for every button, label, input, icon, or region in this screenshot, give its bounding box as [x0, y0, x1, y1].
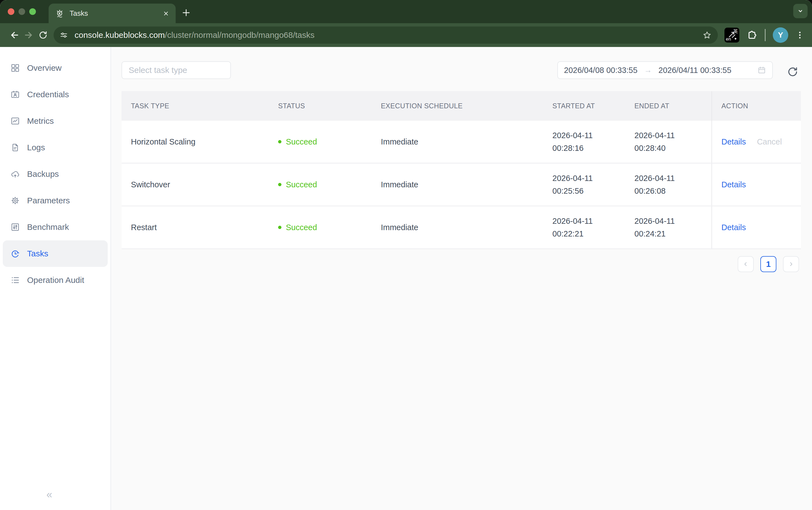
cluster-sidebar: Overview Credentials Metrics [0, 47, 111, 510]
status-cell: Succeed [269, 206, 372, 248]
sidebar-item-label: Overview [27, 63, 62, 73]
sidebar-item-label: Parameters [27, 196, 70, 205]
task-history-icon [10, 249, 20, 258]
url-bar[interactable]: console.kubeblocks.com/cluster/normal/mo… [54, 27, 718, 44]
close-window-button[interactable] [8, 8, 14, 15]
sidebar-item-label: Metrics [27, 116, 54, 126]
browser-toolbar: console.kubeblocks.com/cluster/normal/mo… [0, 23, 812, 47]
details-link[interactable]: Details [721, 180, 746, 189]
table-header-row: TASK TYPE STATUS EXECUTION SCHEDULE STAR… [121, 91, 801, 121]
site-settings-icon[interactable] [57, 29, 70, 41]
avatar-initial: Y [778, 31, 783, 39]
cancel-link-disabled: Cancel [757, 137, 782, 146]
back-arrow-icon [9, 30, 19, 40]
back-button[interactable] [7, 28, 22, 42]
started-date: 2026-04-11 [552, 131, 593, 140]
browser-tab-strip: Tasks [0, 0, 812, 23]
document-icon [10, 143, 20, 152]
schedule-cell: Immediate [372, 206, 543, 248]
sidebar-item-tasks[interactable]: Tasks [3, 240, 108, 267]
profile-avatar[interactable]: Y [773, 27, 788, 43]
sliders-icon [10, 222, 20, 232]
translate-extension-button[interactable]: 英 en [724, 28, 740, 42]
extensions-puzzle-icon[interactable] [747, 30, 758, 40]
forward-button[interactable] [22, 28, 36, 42]
pagination: 1 [738, 256, 799, 272]
url-host: console.kubeblocks.com [75, 30, 165, 39]
cloud-upload-icon [10, 169, 20, 179]
ended-date: 2026-04-11 [634, 217, 675, 225]
tasks-table: TASK TYPE STATUS EXECUTION SCHEDULE STAR… [121, 91, 801, 249]
started-date: 2026-04-11 [552, 174, 593, 182]
ended-time: 00:26:08 [634, 187, 666, 195]
table-row: Restart Succeed Immediate 2026-04-11 00:… [121, 206, 801, 249]
chevron-down-icon [797, 7, 804, 15]
column-header-task-type: TASK TYPE [121, 91, 269, 121]
sidebar-collapse-button[interactable]: « [47, 489, 52, 501]
sidebar-item-metrics[interactable]: Metrics [3, 108, 108, 134]
grid-icon [10, 63, 20, 73]
status-cell: Succeed [269, 164, 372, 205]
column-header-started-at: STARTED AT [543, 91, 625, 121]
sidebar-item-label: Operation Audit [27, 276, 84, 285]
list-icon [10, 276, 20, 285]
page-number-button[interactable]: 1 [760, 256, 776, 272]
chart-icon [10, 116, 20, 126]
tab-search-button[interactable] [793, 4, 808, 18]
status-text: Succeed [286, 137, 317, 146]
details-link[interactable]: Details [721, 137, 746, 146]
sidebar-item-operation-audit[interactable]: Operation Audit [3, 267, 108, 293]
status-dot-icon [278, 140, 282, 143]
bookmark-star-icon[interactable] [700, 28, 714, 42]
sidebar-item-logs[interactable]: Logs [3, 134, 108, 161]
date-range-picker[interactable]: 2026/04/08 00:33:55 → 2026/04/11 00:33:5… [557, 61, 773, 79]
browser-tab[interactable]: Tasks [49, 4, 176, 23]
window-controls [8, 8, 36, 15]
tab-title: Tasks [69, 9, 88, 18]
url-path: /cluster/normal/mongodb/mango68/tasks [165, 30, 315, 39]
next-page-button[interactable] [783, 256, 799, 272]
started-at-cell: 2026-04-11 00:25:56 [543, 164, 625, 205]
task-type-cell: Switchover [121, 164, 269, 205]
refresh-button[interactable] [785, 65, 800, 79]
gear-icon [10, 196, 20, 205]
started-time: 00:28:16 [552, 144, 584, 152]
started-at-cell: 2026-04-11 00:22:21 [543, 206, 625, 248]
reload-icon [38, 30, 48, 40]
status-cell: Succeed [269, 121, 372, 163]
sidebar-item-label: Backups [27, 169, 59, 179]
kebab-menu-icon [795, 30, 805, 40]
sidebar-item-credentials[interactable]: Credentials [3, 81, 108, 108]
id-card-icon [10, 90, 20, 99]
minimize-window-button[interactable] [19, 8, 25, 15]
status-text: Succeed [286, 223, 317, 232]
browser-window: Tasks [0, 0, 812, 510]
sidebar-item-label: Logs [27, 143, 45, 152]
column-header-action: ACTION [712, 91, 801, 121]
schedule-cell: Immediate [372, 121, 543, 163]
reload-button[interactable] [36, 28, 50, 42]
new-tab-button[interactable] [180, 7, 192, 19]
browser-menu-button[interactable] [795, 30, 805, 40]
sidebar-item-parameters[interactable]: Parameters [3, 187, 108, 214]
previous-page-button[interactable] [738, 256, 754, 272]
date-range-end[interactable]: 2026/04/11 00:33:55 [659, 66, 731, 75]
zoom-window-button[interactable] [29, 8, 36, 15]
status-dot-icon [278, 183, 282, 186]
ended-at-cell: 2026-04-11 00:28:40 [625, 121, 712, 163]
task-type-select[interactable] [121, 61, 231, 79]
sidebar-item-overview[interactable]: Overview [3, 55, 108, 81]
sidebar-item-label: Benchmark [27, 222, 69, 232]
sidebar-item-backups[interactable]: Backups [3, 161, 108, 187]
details-link[interactable]: Details [721, 223, 746, 232]
action-cell: Details [712, 206, 801, 248]
sidebar-item-benchmark[interactable]: Benchmark [3, 214, 108, 240]
started-at-cell: 2026-04-11 00:28:16 [543, 121, 625, 163]
tab-close-icon[interactable] [163, 10, 170, 17]
task-type-cell: Horizontal Scaling [121, 121, 269, 163]
sidebar-item-label: Credentials [27, 90, 69, 99]
status-text: Succeed [286, 180, 317, 189]
status-dot-icon [278, 226, 282, 229]
forward-arrow-icon [24, 30, 34, 40]
date-range-start[interactable]: 2026/04/08 00:33:55 [564, 66, 637, 75]
